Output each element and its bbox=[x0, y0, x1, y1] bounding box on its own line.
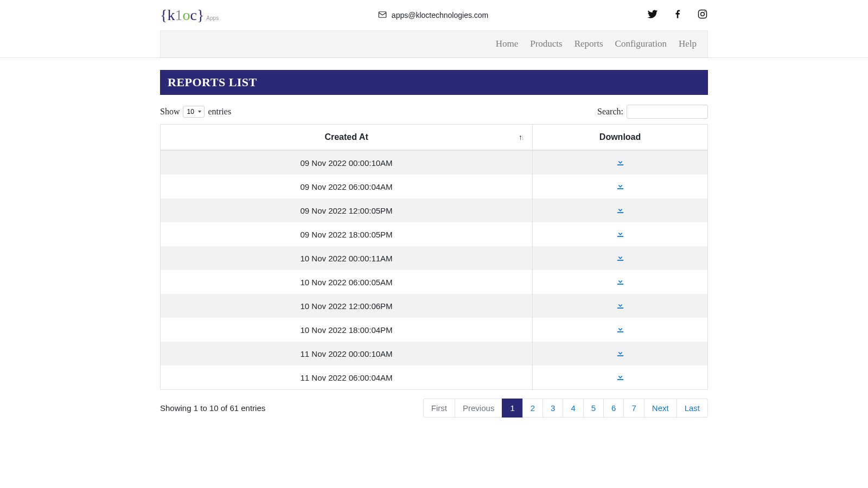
table-row: 09 Nov 2022 06:00:04AM bbox=[161, 175, 708, 198]
nav-configuration[interactable]: Configuration bbox=[615, 38, 667, 49]
nav-products[interactable]: Products bbox=[530, 38, 563, 49]
cell-created-at: 11 Nov 2022 00:00:10AM bbox=[161, 342, 533, 365]
search-label: Search: bbox=[597, 107, 623, 117]
table-footer: Showing 1 to 10 of 61 entries First Prev… bbox=[160, 390, 708, 434]
topbar: {k1oc} Apps apps@kloctechnologies.com bbox=[160, 0, 708, 30]
twitter-icon[interactable] bbox=[647, 9, 658, 22]
show-label-post: entries bbox=[208, 107, 231, 117]
email-text: apps@kloctechnologies.com bbox=[392, 11, 488, 20]
cell-download bbox=[533, 294, 708, 318]
svg-rect-1 bbox=[699, 10, 707, 18]
cell-created-at: 09 Nov 2022 00:00:10AM bbox=[161, 150, 533, 175]
page-first[interactable]: First bbox=[423, 399, 455, 418]
cell-download bbox=[533, 150, 708, 175]
cell-created-at: 10 Nov 2022 12:00:06PM bbox=[161, 294, 533, 318]
table-row: 11 Nov 2022 00:00:10AM bbox=[161, 342, 708, 365]
facebook-icon[interactable] bbox=[672, 9, 683, 22]
table-row: 10 Nov 2022 06:00:05AM bbox=[161, 270, 708, 294]
page-7[interactable]: 7 bbox=[623, 399, 644, 418]
cell-download bbox=[533, 342, 708, 365]
page-2[interactable]: 2 bbox=[522, 399, 543, 418]
page-5[interactable]: 5 bbox=[583, 399, 604, 418]
social-links bbox=[647, 9, 708, 22]
col-created-at[interactable]: Created At ↑↓ bbox=[161, 125, 533, 151]
showing-text: Showing 1 to 10 of 61 entries bbox=[160, 403, 265, 413]
table-controls: Show 10 entries Search: bbox=[160, 95, 708, 124]
cell-download bbox=[533, 175, 708, 198]
show-entries: Show 10 entries bbox=[160, 106, 231, 118]
download-icon[interactable] bbox=[616, 349, 624, 357]
logo-subtext: Apps bbox=[206, 15, 219, 21]
cell-download bbox=[533, 222, 708, 246]
cell-created-at: 10 Nov 2022 18:00:04PM bbox=[161, 318, 533, 342]
cell-created-at: 10 Nov 2022 00:00:11AM bbox=[161, 246, 533, 270]
logo-k: k bbox=[167, 7, 175, 23]
download-icon[interactable] bbox=[616, 158, 624, 166]
download-icon[interactable] bbox=[616, 277, 624, 285]
svg-point-3 bbox=[705, 11, 706, 12]
cell-created-at: 09 Nov 2022 18:00:05PM bbox=[161, 222, 533, 246]
page-size-select[interactable]: 10 bbox=[183, 106, 205, 118]
download-icon[interactable] bbox=[616, 301, 624, 309]
download-icon[interactable] bbox=[616, 373, 624, 381]
search-input[interactable] bbox=[627, 105, 708, 119]
logo-o: o bbox=[182, 7, 190, 23]
pagination: First Previous 1234567 Next Last bbox=[424, 399, 708, 418]
cell-created-at: 09 Nov 2022 12:00:05PM bbox=[161, 198, 533, 222]
mail-icon bbox=[378, 10, 387, 21]
table-row: 09 Nov 2022 12:00:05PM bbox=[161, 198, 708, 222]
page-next[interactable]: Next bbox=[644, 399, 677, 418]
table-row: 09 Nov 2022 00:00:10AM bbox=[161, 150, 708, 175]
cell-created-at: 10 Nov 2022 06:00:05AM bbox=[161, 270, 533, 294]
svg-rect-0 bbox=[379, 11, 386, 17]
page-title: REPORTS LIST bbox=[160, 70, 708, 95]
cell-created-at: 11 Nov 2022 06:00:04AM bbox=[161, 365, 533, 390]
logo[interactable]: {k1oc} Apps bbox=[160, 7, 219, 24]
download-icon[interactable] bbox=[616, 325, 624, 333]
show-label-pre: Show bbox=[160, 107, 180, 117]
logo-one: 1 bbox=[175, 7, 182, 23]
page-3[interactable]: 3 bbox=[542, 399, 563, 418]
email-block[interactable]: apps@kloctechnologies.com bbox=[378, 10, 488, 21]
download-icon[interactable] bbox=[616, 253, 624, 261]
download-icon[interactable] bbox=[616, 206, 624, 214]
reports-table: Created At ↑↓ Download 09 Nov 2022 00:00… bbox=[160, 124, 708, 390]
cell-download bbox=[533, 198, 708, 222]
search-block: Search: bbox=[597, 105, 708, 119]
col-download: Download bbox=[533, 125, 708, 151]
logo-brace-close: } bbox=[197, 7, 204, 23]
instagram-icon[interactable] bbox=[697, 9, 708, 22]
cell-download bbox=[533, 365, 708, 390]
page-last[interactable]: Last bbox=[676, 399, 708, 418]
nav-bar: Home Products Reports Configuration Help bbox=[160, 30, 708, 57]
page-6[interactable]: 6 bbox=[603, 399, 624, 418]
nav-reports[interactable]: Reports bbox=[575, 38, 603, 49]
nav-help[interactable]: Help bbox=[679, 38, 697, 49]
sort-icon: ↑↓ bbox=[519, 133, 525, 142]
cell-created-at: 09 Nov 2022 06:00:04AM bbox=[161, 175, 533, 198]
table-row: 09 Nov 2022 18:00:05PM bbox=[161, 222, 708, 246]
table-row: 10 Nov 2022 18:00:04PM bbox=[161, 318, 708, 342]
download-icon[interactable] bbox=[616, 229, 624, 237]
logo-c: c bbox=[190, 7, 196, 23]
table-row: 11 Nov 2022 06:00:04AM bbox=[161, 365, 708, 390]
page-1[interactable]: 1 bbox=[502, 399, 522, 418]
logo-brace-open: { bbox=[160, 7, 167, 23]
table-row: 10 Nov 2022 00:00:11AM bbox=[161, 246, 708, 270]
cell-download bbox=[533, 318, 708, 342]
nav-home[interactable]: Home bbox=[496, 38, 519, 49]
table-row: 10 Nov 2022 12:00:06PM bbox=[161, 294, 708, 318]
page-previous[interactable]: Previous bbox=[455, 399, 502, 418]
cell-download bbox=[533, 270, 708, 294]
svg-point-2 bbox=[701, 12, 705, 16]
col-created-at-label: Created At bbox=[324, 132, 368, 142]
page-4[interactable]: 4 bbox=[563, 399, 583, 418]
col-download-label: Download bbox=[599, 132, 641, 142]
cell-download bbox=[533, 246, 708, 270]
download-icon[interactable] bbox=[616, 182, 624, 190]
